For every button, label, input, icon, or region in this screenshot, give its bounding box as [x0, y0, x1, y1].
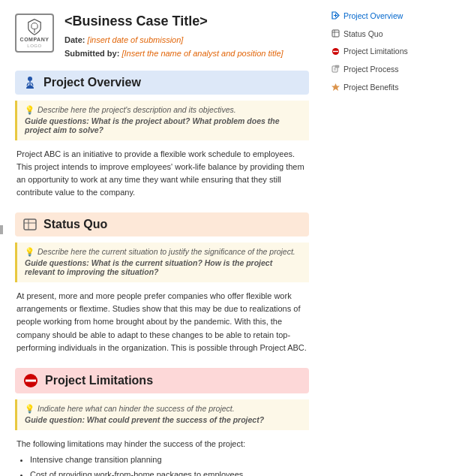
- guide-question-status-quo: Guide questions: What is the current sit…: [25, 258, 302, 276]
- section-icon-status-quo: [22, 217, 38, 232]
- guide-question-project-overview: Guide questions: What is the project abo…: [25, 116, 302, 134]
- sidebar-item-project-limitations[interactable]: Project Limitations: [330, 44, 420, 59]
- submitted-label: Submitted by:: [64, 49, 119, 58]
- section-title-project-limitations: Project Limitations: [45, 374, 153, 387]
- guide-icon: 💡: [25, 247, 34, 256]
- section-icon-project-overview: [22, 75, 38, 90]
- guide-icon: 💡: [25, 404, 34, 413]
- sidebar-item-project-process[interactable]: Project Process: [330, 62, 420, 77]
- guide-box-project-limitations: 💡Indicate here what can hinder the succe…: [15, 399, 309, 430]
- section-project-limitations: Project Limitations💡Indicate here what c…: [15, 368, 309, 476]
- guide-text-status-quo: 💡Describe here the current situation to …: [25, 247, 302, 257]
- document-header: COMPANY LOGO <Business Case Title> Date:…: [15, 14, 309, 60]
- guide-icon: 💡: [25, 105, 34, 114]
- section-body-status-quo: At present, more and more people prefer …: [15, 290, 309, 354]
- header-title-area: <Business Case Title> Date: [insert date…: [64, 14, 309, 60]
- sidebar: Project OverviewStatus QuoProject Limita…: [322, 0, 428, 476]
- section-body-project-overview: Project ABC is an initiative to provide …: [15, 148, 309, 199]
- nav-icon-project-overview: [332, 11, 340, 21]
- logo-company-text: COMPANY: [20, 37, 50, 42]
- section-project-overview: Project Overview💡Describe here the proje…: [15, 71, 309, 199]
- section-header-project-overview: Project Overview: [15, 71, 309, 95]
- nav-label-status-quo: Status Quo: [344, 29, 383, 40]
- svg-rect-17: [335, 65, 339, 68]
- section-title-project-overview: Project Overview: [44, 76, 141, 89]
- svg-marker-18: [332, 83, 340, 91]
- svg-rect-9: [332, 30, 339, 37]
- date-value: [insert date of submission]: [88, 35, 184, 44]
- document-title: <Business Case Title>: [64, 14, 309, 29]
- guide-box-project-overview: 💡Describe here the project's description…: [15, 101, 309, 140]
- nav-label-project-benefits: Project Benefits: [344, 83, 399, 93]
- page-marker: [0, 225, 3, 234]
- section-icon-project-limitations: [22, 372, 39, 389]
- nav-icon-status-quo: [332, 29, 340, 39]
- svg-line-2: [32, 83, 33, 86]
- nav-label-project-limitations: Project Limitations: [344, 47, 408, 57]
- svg-line-1: [27, 83, 28, 86]
- main-content: COMPANY LOGO <Business Case Title> Date:…: [0, 0, 322, 476]
- section-header-status-quo: Status Quo: [15, 212, 309, 236]
- body-text-project-overview: Project ABC is an initiative to provide …: [16, 148, 308, 199]
- nav-icon-project-limitations: [332, 47, 340, 57]
- page-layout: COMPANY LOGO <Business Case Title> Date:…: [0, 0, 450, 476]
- section-body-project-limitations: The following limitations may hinder the…: [15, 438, 309, 476]
- logo-box: COMPANY LOGO: [15, 14, 54, 53]
- sidebar-item-status-quo[interactable]: Status Quo: [330, 27, 420, 42]
- list-item-0: Intensive change transition planning: [30, 453, 308, 466]
- list-item-1: Cost of providing work-from-home package…: [30, 468, 308, 476]
- logo-subtext: LOGO: [27, 44, 41, 48]
- body-intro-project-limitations: The following limitations may hinder the…: [16, 438, 308, 450]
- guide-box-status-quo: 💡Describe here the current situation to …: [15, 243, 309, 282]
- sections-container: Project Overview💡Describe here the proje…: [15, 71, 309, 476]
- date-label: Date:: [64, 35, 86, 44]
- guide-text-project-limitations: 💡Indicate here what can hinder the succe…: [25, 404, 302, 414]
- body-text-status-quo: At present, more and more people prefer …: [16, 290, 308, 354]
- nav-icon-project-benefits: [332, 83, 340, 92]
- sidebar-item-project-overview[interactable]: Project Overview: [330, 9, 420, 24]
- section-title-status-quo: Status Quo: [44, 218, 107, 231]
- guide-text-project-overview: 💡Describe here the project's description…: [25, 105, 302, 115]
- nav-icon-project-process: [332, 65, 340, 74]
- logo-icon: [24, 18, 45, 35]
- sidebar-item-project-benefits[interactable]: Project Benefits: [330, 80, 420, 95]
- guide-question-project-limitations: Guide question: What could prevent the s…: [25, 415, 302, 424]
- submitted-value: [Insert the name of analyst and position…: [122, 49, 283, 58]
- document-meta: Date: [insert date of submission] Submit…: [64, 34, 309, 60]
- nav-label-project-process: Project Process: [344, 65, 399, 75]
- logo-area: COMPANY LOGO: [15, 14, 54, 53]
- date-row: Date: [insert date of submission]: [64, 34, 309, 47]
- section-header-project-limitations: Project Limitations: [15, 368, 309, 393]
- section-status-quo: Status Quo💡Describe here the current sit…: [15, 212, 309, 354]
- body-list-project-limitations: Intensive change transition planningCost…: [30, 453, 308, 476]
- sidebar-nav: Project OverviewStatus QuoProject Limita…: [330, 9, 420, 95]
- svg-point-0: [28, 77, 32, 81]
- nav-label-project-overview: Project Overview: [344, 11, 403, 22]
- svg-rect-4: [24, 219, 36, 230]
- submitted-row: Submitted by: [Insert the name of analys…: [64, 47, 309, 61]
